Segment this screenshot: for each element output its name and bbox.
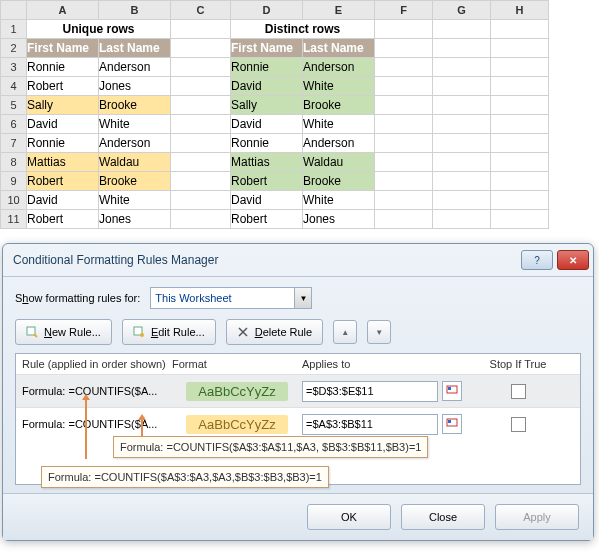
table-header-cell[interactable]: First Name [231, 39, 303, 58]
cell[interactable]: Robert [27, 172, 99, 191]
row-header[interactable]: 5 [1, 96, 27, 115]
row-header[interactable]: 10 [1, 191, 27, 210]
col-header[interactable]: A [27, 1, 99, 20]
row-header[interactable]: 9 [1, 172, 27, 191]
cell[interactable]: Brooke [303, 172, 375, 191]
cell[interactable]: White [303, 191, 375, 210]
col-header[interactable]: C [171, 1, 231, 20]
cell[interactable]: Anderson [303, 134, 375, 153]
corner-cell[interactable] [1, 1, 27, 20]
table-header-cell[interactable]: Last Name [303, 39, 375, 58]
cell[interactable]: Ronnie [231, 134, 303, 153]
cell[interactable]: David [27, 115, 99, 134]
cell[interactable]: Anderson [303, 58, 375, 77]
cell[interactable]: Sally [231, 96, 303, 115]
col-header[interactable]: B [99, 1, 171, 20]
row-header[interactable]: 4 [1, 77, 27, 96]
section-header-distinct[interactable]: Distinct rows [231, 20, 375, 39]
cell[interactable]: Anderson [99, 58, 171, 77]
col-header[interactable]: F [375, 1, 433, 20]
cell[interactable]: Ronnie [27, 134, 99, 153]
cell[interactable]: Jones [303, 210, 375, 229]
col-header[interactable]: E [303, 1, 375, 20]
cell[interactable]: White [99, 191, 171, 210]
cell[interactable]: Mattias [27, 153, 99, 172]
cell[interactable]: Jones [99, 77, 171, 96]
cell[interactable]: Robert [27, 210, 99, 229]
col-header[interactable]: D [231, 1, 303, 20]
row-header[interactable]: 1 [1, 20, 27, 39]
cell[interactable]: David [231, 191, 303, 210]
cell[interactable]: Anderson [99, 134, 171, 153]
row-header[interactable]: 6 [1, 115, 27, 134]
cell[interactable]: Waldau [303, 153, 375, 172]
cell[interactable]: Brooke [303, 96, 375, 115]
row-header[interactable]: 3 [1, 58, 27, 77]
cell[interactable]: Robert [27, 77, 99, 96]
col-header[interactable]: H [491, 1, 549, 20]
cell[interactable]: David [27, 191, 99, 210]
table-header-cell[interactable]: First Name [27, 39, 99, 58]
cell[interactable]: Ronnie [27, 58, 99, 77]
cell[interactable]: Ronnie [231, 58, 303, 77]
cell[interactable]: Robert [231, 210, 303, 229]
table-header-cell[interactable]: Last Name [99, 39, 171, 58]
cell[interactable]: White [99, 115, 171, 134]
cell[interactable]: Brooke [99, 96, 171, 115]
row-header[interactable]: 7 [1, 134, 27, 153]
cell[interactable]: White [303, 115, 375, 134]
col-header[interactable]: G [433, 1, 491, 20]
cell[interactable]: Waldau [99, 153, 171, 172]
row-header[interactable]: 2 [1, 39, 27, 58]
spreadsheet-grid[interactable]: A B C D E F G H 1 Unique rows Distinct r… [0, 0, 549, 229]
cell[interactable]: Robert [231, 172, 303, 191]
cell[interactable]: David [231, 77, 303, 96]
row-header[interactable]: 11 [1, 210, 27, 229]
cell[interactable]: Mattias [231, 153, 303, 172]
cell[interactable]: Brooke [99, 172, 171, 191]
section-header-unique[interactable]: Unique rows [27, 20, 171, 39]
row-header[interactable]: 8 [1, 153, 27, 172]
cell[interactable]: Sally [27, 96, 99, 115]
cell[interactable]: Jones [99, 210, 171, 229]
cell[interactable]: David [231, 115, 303, 134]
cell[interactable]: White [303, 77, 375, 96]
